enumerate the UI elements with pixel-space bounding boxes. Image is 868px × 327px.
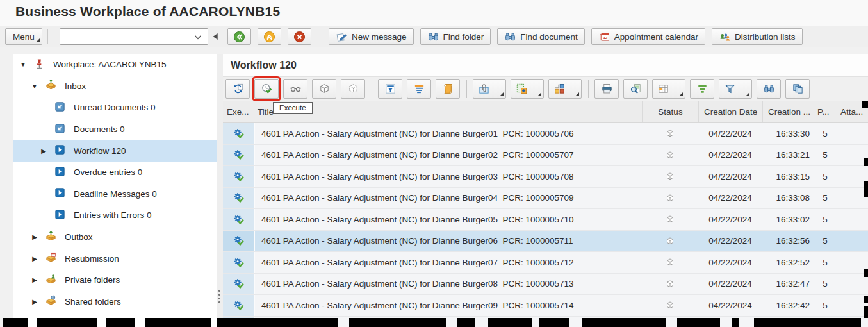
- sidebar-item-entries-with-errors-0[interactable]: Entries with Errors 0: [13, 205, 217, 226]
- workitem-row[interactable]: 4601 PA Action - Salary Adjustment (NC) …: [223, 209, 868, 231]
- views-button[interactable]: [785, 79, 810, 99]
- sort-button[interactable]: [690, 79, 714, 99]
- workitem-creation-date: 04/22/2024: [698, 209, 762, 230]
- redaction-bar: [677, 318, 720, 327]
- execute-workitem-cell[interactable]: [223, 123, 255, 144]
- sidebar-item-inbox[interactable]: ▼Inbox: [13, 76, 217, 97]
- document-icon: [54, 122, 66, 135]
- workitem-row[interactable]: 4601 PA Action - Salary Adjustment (NC) …: [223, 145, 868, 167]
- workflow-icon: [54, 208, 66, 221]
- execute-workitem-cell[interactable]: [223, 188, 255, 209]
- workitem-row[interactable]: 4601 PA Action - Salary Adjustment (NC) …: [223, 231, 868, 253]
- execute-workitem-cell[interactable]: [223, 295, 255, 316]
- new-message-button[interactable]: New message: [329, 28, 414, 45]
- workitem-status-cell: [642, 252, 698, 273]
- sidebar-item-documents-0[interactable]: Documents 0: [13, 119, 217, 140]
- workitem-title: 4601 PA Action - Salary Adjustment (NC) …: [255, 295, 642, 316]
- expander-open-icon[interactable]: ▼: [18, 61, 28, 68]
- workitem-row[interactable]: 4601 PA Action - Salary Adjustment (NC) …: [223, 123, 868, 145]
- new-message-icon: [336, 31, 348, 43]
- svg-text:12: 12: [603, 35, 607, 39]
- new-message-button-label: New message: [352, 32, 407, 42]
- splitter-grip-icon: [218, 290, 220, 303]
- expander-open-icon[interactable]: ▼: [29, 83, 40, 90]
- workitem-title: 4601 PA Action - Salary Adjustment (NC) …: [255, 231, 642, 252]
- column-header-title[interactable]: Title: [255, 101, 642, 122]
- execute-workitem-cell[interactable]: [223, 274, 255, 295]
- expander-closed-icon[interactable]: ▶: [29, 298, 40, 305]
- find-document-button[interactable]: Find document: [497, 28, 584, 45]
- sidebar-item-unread-documents-0[interactable]: Unread Documents 0: [13, 97, 217, 119]
- execute-workitem-cell[interactable]: [223, 145, 255, 166]
- toolbar-scroll-left-button[interactable]: [211, 28, 221, 45]
- print-button[interactable]: [594, 79, 619, 99]
- sidebar-item-shared-folders[interactable]: ▶Shared folders: [13, 291, 217, 313]
- execute-workitem-cell[interactable]: [223, 231, 255, 252]
- layout-blocks-button[interactable]: [548, 79, 582, 99]
- panel-splitter[interactable]: [217, 54, 223, 327]
- execute-gear-icon: [233, 128, 245, 140]
- expander-closed-icon[interactable]: ▶: [29, 233, 40, 240]
- sidebar-item-outbox[interactable]: ▶Outbox: [13, 226, 217, 248]
- workitem-row[interactable]: 4601 PA Action - Salary Adjustment (NC) …: [223, 274, 868, 296]
- expander-closed-icon[interactable]: ▶: [29, 255, 40, 262]
- column-header-creation-date[interactable]: Creation Date: [698, 101, 762, 122]
- workitem-status-cell: [642, 295, 698, 316]
- table-settings-button[interactable]: [652, 79, 685, 99]
- display-button[interactable]: [283, 79, 307, 99]
- column-header-status[interactable]: Status: [642, 101, 698, 122]
- execute-workitem-cell[interactable]: [223, 252, 255, 273]
- find-button[interactable]: [757, 79, 781, 99]
- create-attachment-button[interactable]: [511, 79, 544, 99]
- sidebar-item-private-folders[interactable]: ▶Private folders: [13, 269, 217, 291]
- execute-workitem-cell[interactable]: [223, 209, 255, 230]
- execute-gear-icon: [233, 192, 245, 204]
- command-combobox[interactable]: [60, 28, 208, 45]
- grouping-button[interactable]: [407, 79, 431, 99]
- distribution-lists-button[interactable]: Distribution lists: [712, 28, 803, 45]
- menu-button[interactable]: Menu: [5, 28, 42, 45]
- object-preview-button[interactable]: [341, 79, 365, 99]
- filter-icon: [724, 83, 736, 95]
- mail-slot-button[interactable]: [378, 79, 402, 99]
- toolbar-separator: [47, 29, 48, 44]
- sidebar-item-deadline-messages-0[interactable]: Deadline Messages 0: [13, 183, 217, 205]
- workitem-creation-time: 16:32:42: [762, 295, 814, 316]
- sidebar-item-overdue-entries-0[interactable]: Overdue entries 0: [13, 162, 217, 183]
- execute-button[interactable]: [254, 79, 279, 99]
- workitem-attachments: [837, 123, 868, 144]
- workitem-list: 4601 PA Action - Salary Adjustment (NC) …: [223, 123, 868, 327]
- appointment-calendar-button[interactable]: 12Appointment calendar: [591, 28, 705, 45]
- workitem-creation-time: 16:32:56: [762, 231, 814, 252]
- column-header-execute[interactable]: Exe...: [223, 101, 255, 122]
- expander-closed-icon[interactable]: ▶: [29, 276, 40, 283]
- workitem-row[interactable]: 4601 PA Action - Salary Adjustment (NC) …: [223, 166, 868, 188]
- execute-workitem-cell[interactable]: [223, 166, 255, 187]
- cancel-button[interactable]: [288, 28, 311, 45]
- back-button[interactable]: [227, 28, 251, 45]
- workitem-row[interactable]: 4601 PA Action - Salary Adjustment (NC) …: [223, 188, 868, 210]
- workitem-row[interactable]: 4601 PA Action - Salary Adjustment (NC) …: [223, 252, 868, 274]
- page-up-button[interactable]: [258, 28, 281, 45]
- expander-closed-icon[interactable]: ▶: [38, 147, 49, 155]
- sidebar-item-resubmission[interactable]: ▶12Resubmission: [13, 247, 217, 269]
- filter-button[interactable]: [719, 79, 752, 99]
- private-folders-icon: [45, 273, 57, 285]
- column-header-creation-time[interactable]: Creation ...: [762, 101, 814, 122]
- attachments-button[interactable]: [473, 79, 506, 99]
- workitem-title: 4601 PA Action - Salary Adjustment (NC) …: [255, 188, 642, 209]
- display-object-button[interactable]: [312, 79, 336, 99]
- resubmission-icon: 12: [45, 251, 57, 264]
- refresh-button[interactable]: [225, 79, 250, 99]
- status-cube-icon: [664, 299, 676, 311]
- find-folder-button[interactable]: Find folder: [420, 28, 491, 45]
- sidebar-item-workplace-aacarolynb15[interactable]: ▼Workplace: AACAROLYNB15: [13, 54, 217, 76]
- workflow-log-button[interactable]: [436, 79, 460, 99]
- grid-header-row: Exe... Title Status Creation Date Creati…: [223, 101, 868, 123]
- triangle-left-icon: [210, 31, 222, 42]
- workitem-row[interactable]: 4601 PA Action - Salary Adjustment (NC) …: [223, 295, 868, 317]
- sidebar-item-workflow-120[interactable]: ▶Workflow 120: [13, 140, 217, 162]
- find-in-list-button[interactable]: [623, 79, 648, 99]
- column-header-priority[interactable]: P...: [814, 101, 837, 122]
- redaction-mark: [864, 306, 868, 318]
